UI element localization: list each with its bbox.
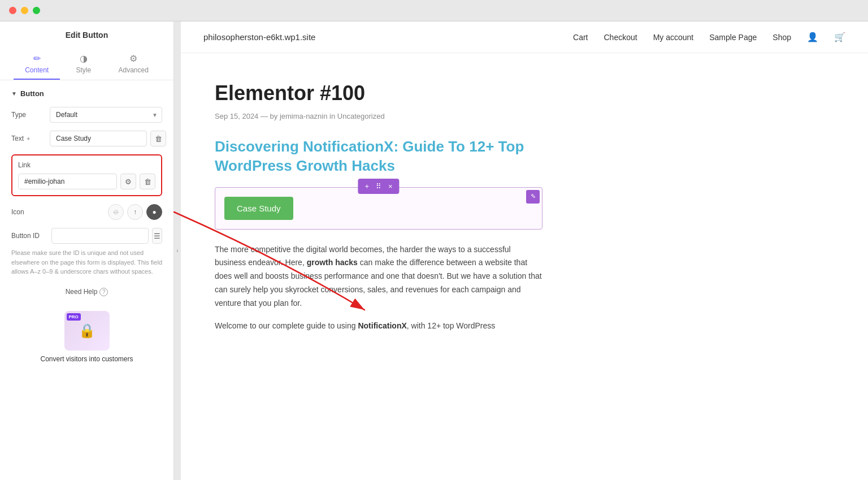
section-heading: Discovering NotificationX: Guide To 12+ …	[215, 137, 542, 176]
pro-image: PRO 🔒	[64, 311, 110, 351]
type-select[interactable]: Default Info Success Warning	[50, 107, 162, 123]
post-meta: Sep 15, 2024 — by jemima-naznin in Uncat…	[215, 112, 542, 120]
traffic-light-red[interactable]	[9, 7, 16, 14]
icon-label: Icon	[11, 208, 45, 216]
main-content: Elementor #100 Sep 15, 2024 — by jemima-…	[181, 53, 576, 370]
icon-buttons: ⊘ ↑ ●	[108, 204, 162, 220]
site-logo: philosopherston-e6kt.wp1.site	[203, 32, 573, 42]
collapse-handle[interactable]: ‹	[174, 21, 181, 480]
link-settings-btn[interactable]: ⚙	[120, 174, 136, 189]
text-label: Text ✦	[11, 135, 45, 142]
help-icon: ?	[99, 288, 108, 296]
link-section: Link ⚙ 🗑	[11, 154, 162, 196]
pro-banner: PRO 🔒 Convert visitors into customers	[11, 305, 162, 369]
section-label: Button	[20, 89, 44, 98]
icon-upload-btn[interactable]: ↑	[127, 204, 143, 220]
right-panel: philosopherston-e6kt.wp1.site Cart Check…	[181, 21, 868, 480]
titlebar	[0, 0, 868, 21]
text-input[interactable]	[50, 131, 147, 146]
tab-advanced-label: Advanced	[118, 66, 148, 74]
site-header: philosopherston-e6kt.wp1.site Cart Check…	[181, 21, 868, 53]
widget-toolbar: + ⠿ ×	[358, 179, 399, 194]
icon-dot-btn[interactable]: ●	[146, 204, 162, 220]
user-icon[interactable]: 👤	[807, 32, 818, 42]
tab-content-label: Content	[25, 66, 49, 74]
button-widget-area: + ⠿ × Case Study ✎	[215, 187, 542, 230]
nav-shop[interactable]: Shop	[772, 33, 791, 42]
link-input[interactable]	[18, 174, 117, 189]
panel-tabs: ✏ Content ◑ Style ⚙ Advanced	[11, 49, 162, 80]
button-id-menu-btn[interactable]: ☰	[152, 228, 162, 244]
style-icon: ◑	[80, 53, 88, 64]
link-input-row: ⚙ 🗑	[18, 174, 155, 189]
icon-none-btn[interactable]: ⊘	[108, 204, 124, 220]
widget-add-btn[interactable]: +	[362, 181, 371, 192]
need-help-label: Need Help	[66, 288, 98, 296]
panel-header: Edit Button ✏ Content ◑ Style ⚙ Advanced	[0, 21, 173, 80]
cart-icon[interactable]: 🛒	[834, 32, 845, 42]
icon-row: Icon ⊘ ↑ ●	[11, 204, 162, 220]
type-row: Type Default Info Success Warning ▼	[11, 107, 162, 123]
text-row: Text ✦ 🗑	[11, 131, 162, 146]
type-label: Type	[11, 111, 45, 119]
button-id-input[interactable]	[51, 228, 149, 244]
app-body: Edit Button ✏ Content ◑ Style ⚙ Advanced	[0, 21, 868, 480]
pro-text: Convert visitors into customers	[17, 355, 157, 363]
post-title: Elementor #100	[215, 81, 542, 105]
panel-content: ▼ Button Type Default Info Success Warni…	[0, 80, 173, 480]
post-body-paragraph2: Welcome to our complete guide to using N…	[215, 319, 542, 333]
tab-advanced[interactable]: ⚙ Advanced	[107, 49, 159, 80]
link-label: Link	[18, 161, 155, 169]
type-select-wrapper: Default Info Success Warning ▼	[50, 107, 162, 123]
link-delete-btn[interactable]: 🗑	[140, 174, 155, 189]
nav-sample-page[interactable]: Sample Page	[709, 33, 757, 42]
collapse-arrow-icon: ‹	[176, 248, 178, 254]
help-text: Please make sure the ID is unique and no…	[11, 248, 162, 276]
tab-content[interactable]: ✏ Content	[14, 49, 60, 80]
widget-edit-btn[interactable]: ✎	[526, 190, 540, 204]
post-body-paragraph1: The more competitive the digital world b…	[215, 243, 542, 310]
pro-badge: PRO	[67, 313, 81, 321]
section-arrow-icon: ▼	[11, 90, 17, 97]
text-delete-btn[interactable]: 🗑	[150, 131, 166, 146]
nav-cart[interactable]: Cart	[573, 33, 588, 42]
panel-title: Edit Button	[11, 31, 162, 46]
case-study-button[interactable]: Case Study	[224, 197, 293, 220]
advanced-icon: ⚙	[129, 53, 137, 64]
traffic-light-yellow[interactable]	[21, 7, 28, 14]
widget-drag-btn[interactable]: ⠿	[374, 181, 384, 192]
content-icon: ✏	[33, 53, 41, 64]
button-id-label: Button ID	[11, 232, 48, 240]
tab-style[interactable]: ◑ Style	[64, 49, 102, 80]
nav-checkout[interactable]: Checkout	[604, 33, 637, 42]
left-panel: Edit Button ✏ Content ◑ Style ⚙ Advanced	[0, 21, 174, 480]
tab-style-label: Style	[76, 66, 91, 74]
need-help[interactable]: Need Help ?	[11, 288, 162, 296]
button-section-header[interactable]: ▼ Button	[11, 89, 162, 98]
traffic-light-green[interactable]	[33, 7, 40, 14]
widget-close-btn[interactable]: ×	[386, 181, 395, 192]
site-nav: Cart Checkout My account Sample Page Sho…	[573, 32, 845, 42]
button-id-row: Button ID ☰	[11, 228, 162, 244]
text-input-row: 🗑	[50, 131, 166, 146]
nav-my-account[interactable]: My account	[653, 33, 694, 42]
dynamic-icon: ✦	[26, 136, 31, 142]
